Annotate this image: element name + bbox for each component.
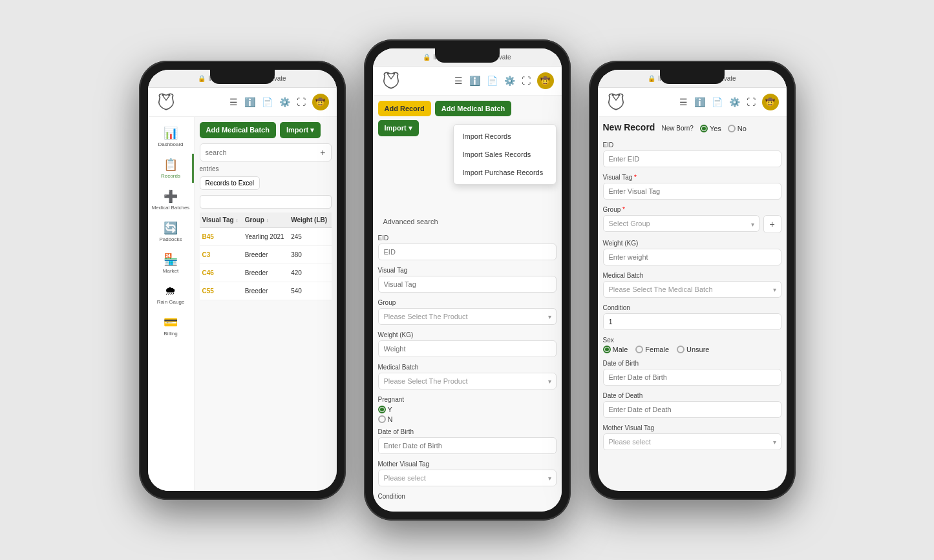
group-select-2[interactable]: Please Select The Product bbox=[378, 308, 557, 325]
sidebar-item-billing[interactable]: 💳 Billing bbox=[148, 311, 194, 340]
no-option[interactable]: No bbox=[728, 125, 747, 132]
browser-bar-2: 🔒 livestockpro.app — Private bbox=[373, 48, 562, 67]
add-medical-batch-button-2[interactable]: Add Medical Batch bbox=[435, 101, 511, 116]
dob-label-2: Date of Birth bbox=[378, 428, 557, 435]
settings-icon-1[interactable]: ⚙️ bbox=[279, 97, 290, 107]
sex-unsure-label: Unsure bbox=[686, 346, 709, 353]
avatar-2[interactable]: 🤠 bbox=[537, 72, 554, 89]
eid-input-3[interactable] bbox=[603, 150, 781, 167]
add-medical-batch-button-1[interactable]: Add Medical Batch bbox=[200, 122, 276, 138]
weight-group-3: Weight (KG) bbox=[603, 240, 781, 265]
sidebar-item-paddocks[interactable]: 🔄 Paddocks bbox=[148, 217, 194, 246]
filter-input-1[interactable] bbox=[200, 195, 332, 209]
browser-bar-3: 🔒 livestockpro.app — Private bbox=[598, 70, 787, 88]
sex-unsure-option[interactable]: Unsure bbox=[677, 346, 709, 353]
medical-batch-select-3[interactable]: Please Select The Medical Batch bbox=[603, 281, 781, 298]
pregnant-y-label: Y bbox=[388, 406, 392, 413]
import-button-2[interactable]: Import ▾ bbox=[378, 120, 419, 136]
sex-female-option[interactable]: Female bbox=[635, 346, 669, 353]
cell-weight: 540 bbox=[288, 282, 331, 300]
cell-visual-tag: B45 bbox=[200, 227, 242, 245]
fullscreen-icon-2[interactable]: ⛶ bbox=[522, 76, 531, 86]
form-title-3: New Record bbox=[603, 122, 655, 132]
info-icon-2[interactable]: ℹ️ bbox=[469, 76, 480, 86]
menu-icon-1[interactable]: ☰ bbox=[229, 97, 238, 107]
no-label: No bbox=[738, 125, 747, 132]
group-select-3[interactable]: Select Group bbox=[603, 215, 759, 232]
medical-batch-select-2[interactable]: Please Select The Product bbox=[378, 373, 557, 389]
col-group: Group ↕ bbox=[242, 213, 288, 228]
info-icon-1[interactable]: ℹ️ bbox=[244, 97, 255, 107]
bookmark-icon-1[interactable]: 📄 bbox=[262, 97, 273, 107]
svg-point-5 bbox=[618, 94, 620, 96]
group-select-wrapper-2: Please Select The Product bbox=[378, 308, 557, 325]
avatar-3[interactable]: 🤠 bbox=[762, 94, 779, 110]
sidebar-item-dashboard[interactable]: 📊 Dashboard bbox=[148, 122, 194, 151]
sidebar-item-medical-batches[interactable]: ➕ Medical Batches bbox=[148, 185, 194, 214]
condition-input-3[interactable] bbox=[603, 313, 781, 330]
avatar-1[interactable]: 🤠 bbox=[312, 94, 329, 110]
mother-tag-select-2[interactable]: Please select bbox=[378, 470, 557, 486]
import-records-item[interactable]: Import Records bbox=[454, 127, 556, 145]
bookmark-icon-2[interactable]: 📄 bbox=[487, 76, 498, 86]
dob-input-2[interactable] bbox=[378, 437, 557, 454]
billing-icon: 💳 bbox=[164, 315, 178, 329]
sex-female-radio[interactable] bbox=[635, 346, 643, 353]
visual-tag-input-2[interactable] bbox=[378, 276, 557, 293]
menu-icon-3[interactable]: ☰ bbox=[679, 97, 688, 107]
yes-option[interactable]: Yes bbox=[700, 125, 721, 132]
search-input-1[interactable] bbox=[206, 149, 317, 156]
condition-group-2: Condition bbox=[378, 493, 557, 500]
import-sales-records-item[interactable]: Import Sales Records bbox=[454, 145, 556, 163]
sex-male-radio[interactable] bbox=[603, 346, 611, 353]
dob-input-3[interactable] bbox=[603, 369, 781, 386]
add-record-button-2[interactable]: Add Record bbox=[378, 101, 431, 116]
sex-female-label: Female bbox=[645, 346, 669, 353]
pregnant-y-radio[interactable] bbox=[378, 406, 386, 413]
weight-input-3[interactable] bbox=[603, 249, 781, 265]
mother-tag-select-3[interactable]: Please select bbox=[603, 433, 781, 450]
fullscreen-icon-3[interactable]: ⛶ bbox=[747, 97, 756, 107]
bookmark-icon-3[interactable]: 📄 bbox=[712, 97, 723, 107]
sort-group-icon[interactable]: ↕ bbox=[266, 218, 269, 223]
yes-radio[interactable] bbox=[700, 125, 708, 132]
add-group-button[interactable]: + bbox=[763, 215, 781, 233]
no-radio[interactable] bbox=[728, 125, 736, 132]
sex-unsure-radio[interactable] bbox=[677, 346, 685, 353]
fullscreen-icon-1[interactable]: ⛶ bbox=[297, 97, 306, 107]
settings-icon-3[interactable]: ⚙️ bbox=[729, 97, 740, 107]
pregnant-n-option[interactable]: N bbox=[378, 415, 557, 423]
group-row: Select Group + bbox=[603, 215, 781, 233]
menu-icon-2[interactable]: ☰ bbox=[454, 76, 463, 86]
pregnant-y-option[interactable]: Y bbox=[378, 406, 557, 413]
visual-tag-group-2: Visual Tag bbox=[378, 267, 557, 293]
sex-male-option[interactable]: Male bbox=[603, 346, 628, 353]
filter-row-1 bbox=[200, 195, 332, 209]
records-icon: 📋 bbox=[164, 158, 178, 172]
search-plus-icon[interactable]: + bbox=[320, 147, 325, 158]
table-row: C55 Breeder 540 bbox=[200, 282, 332, 300]
import-button-1[interactable]: Import ▾ bbox=[280, 122, 321, 138]
info-icon-3[interactable]: ℹ️ bbox=[694, 97, 705, 107]
dod-input-3[interactable] bbox=[603, 401, 781, 418]
dob-label-3: Date of Birth bbox=[603, 360, 781, 367]
sidebar-label-medical-batches: Medical Batches bbox=[152, 205, 190, 211]
sidebar-item-records[interactable]: 📋 Records bbox=[148, 154, 194, 183]
eid-input-2[interactable] bbox=[378, 244, 557, 260]
sidebar-item-market[interactable]: 🏪 Market bbox=[148, 249, 194, 278]
settings-icon-2[interactable]: ⚙️ bbox=[504, 76, 515, 86]
sidebar-item-rain-gauge[interactable]: 🌧 Rain Gauge bbox=[148, 280, 194, 309]
pregnant-n-radio[interactable] bbox=[378, 415, 386, 423]
records-table: Visual Tag ↕ Group ↕ Weight (LB) B45 Yea… bbox=[200, 213, 332, 300]
cell-weight: 420 bbox=[288, 264, 331, 282]
medical-batch-label-3: Medical Batch bbox=[603, 272, 781, 279]
cell-visual-tag: C55 bbox=[200, 282, 242, 300]
visual-tag-group-3: Visual Tag * bbox=[603, 174, 781, 200]
visual-tag-input-3[interactable] bbox=[603, 183, 781, 200]
export-excel-button[interactable]: Records to Excel bbox=[200, 176, 260, 190]
dod-group-3: Date of Death bbox=[603, 392, 781, 418]
import-purchase-records-item[interactable]: Import Purchase Records bbox=[454, 163, 556, 181]
sort-visual-tag-icon[interactable]: ↕ bbox=[235, 218, 238, 223]
sidebar-label-billing: Billing bbox=[164, 331, 177, 337]
weight-input-2[interactable] bbox=[378, 340, 557, 357]
